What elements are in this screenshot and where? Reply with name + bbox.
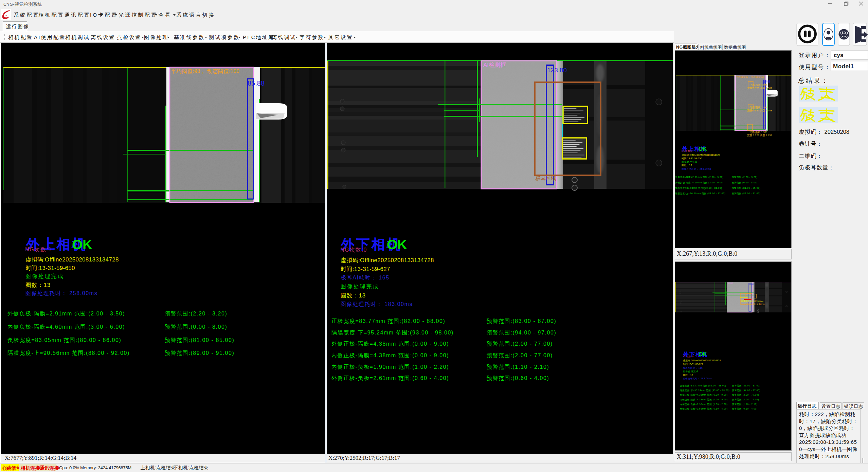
svg-text:AI检测框: AI检测框 (728, 282, 733, 284)
svg-text:内侧正极-负极=1.90mm 范围:(1.00 - 2.20: 内侧正极-负极=1.90mm 范围:(1.00 - 2.20) (680, 403, 728, 406)
svg-text:图像处理完成: 图像处理完成 (683, 370, 699, 373)
svg-text:虚拟码:Offline20250208133134728: 虚拟码:Offline20250208133134728 (683, 359, 721, 362)
svg-text:正极宽度=83.77mm 范围:(82.00 - 88.00: 正极宽度=83.77mm 范围:(82.00 - 88.00) (680, 384, 726, 387)
svg-text:OK: OK (699, 351, 707, 357)
svg-text:预警范围:(83.00 - 87.00): 预警范围:(83.00 - 87.00) (732, 384, 760, 387)
svg-text:时间:13-31-59-627: 时间:13-31-59-627 (683, 363, 703, 366)
svg-text:极耳数量:13 耗时:165ms: 极耳数量:13 耗时:165ms (741, 300, 763, 303)
svg-text:NG次数:0: NG次数:0 (683, 355, 694, 358)
svg-text:内侧正极-隔膜=4.38mm 范围:(0.00 - 9.00: 内侧正极-隔膜=4.38mm 范围:(0.00 - 9.00) (680, 398, 728, 401)
svg-text:预警范围:(2.00 - 77.00): 预警范围:(2.00 - 77.00) (732, 394, 759, 396)
svg-text:极耳AI耗时： 165: 极耳AI耗时： 165 (683, 367, 703, 369)
svg-text:圈数：13: 圈数：13 (683, 374, 693, 377)
svg-text:预警范围:(0.60 - 4.00): 预警范围:(0.60 - 4.00) (732, 407, 758, 410)
svg-text:预警范围:(94.00 - 97.00): 预警范围:(94.00 - 97.00) (732, 389, 760, 392)
svg-text:外侧正极-隔膜=4.38mm 范围:(0.00 - 9.00: 外侧正极-隔膜=4.38mm 范围:(0.00 - 9.00) (680, 394, 728, 396)
svg-text:外侧正极-负极=2.61mm 范围:(0.60 - 4.00: 外侧正极-负极=2.61mm 范围:(0.60 - 4.00) (680, 407, 728, 410)
svg-text:图像处理耗时： 183.00ms: 图像处理耗时： 183.00ms (683, 377, 712, 380)
svg-text:隔膜宽度-下=95.24mm 范围:(93.00 - 98.: 隔膜宽度-下=95.24mm 范围:(93.00 - 98.00) (680, 389, 729, 392)
svg-text:预警范围:(2.00 - 77.00): 预警范围:(2.00 - 77.00) (732, 398, 759, 401)
svg-text:123.80: 123.80 (749, 284, 754, 285)
svg-text:预警范围:(1.10 - 2.10): 预警范围:(1.10 - 2.10) (732, 403, 758, 406)
svg-text:左2-4 宽2.14 距3.3 高2.70: 左2-4 宽2.14 距3.3 高2.70 (741, 303, 765, 306)
